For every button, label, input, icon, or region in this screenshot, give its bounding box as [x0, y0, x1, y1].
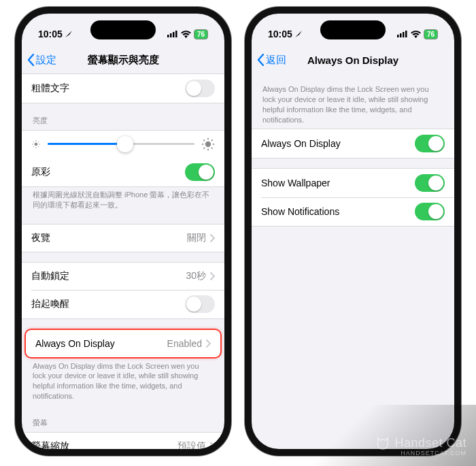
location-icon [294, 30, 303, 38]
aod-value: Enabled [167, 338, 202, 349]
row-true-tone[interactable]: 原彩 [22, 158, 224, 186]
bold-text-toggle[interactable] [185, 80, 215, 97]
svg-rect-1 [170, 33, 172, 37]
chevron-right-icon [210, 442, 215, 449]
nav-bar: 設定 螢幕顯示與亮度 [22, 46, 224, 73]
sun-small-icon [31, 139, 41, 149]
brightness-slider-row [22, 131, 224, 158]
svg-line-18 [203, 139, 205, 141]
display-zoom-label: 螢幕縮放 [31, 440, 69, 449]
svg-point-4 [35, 143, 38, 146]
aod-toggle-label: Always On Display [261, 138, 341, 149]
chevron-right-icon [210, 272, 215, 280]
nav-title: Always On Display [307, 54, 398, 66]
aod-toggle[interactable] [415, 135, 445, 152]
auto-lock-value: 30秒 [186, 270, 206, 282]
svg-rect-25 [405, 31, 407, 37]
row-aod-toggle[interactable]: Always On Display [252, 129, 454, 158]
show-wallpaper-label: Show Wallpaper [261, 178, 330, 188]
row-raise-to-wake[interactable]: 抬起喚醒 [22, 290, 224, 318]
show-notifications-toggle[interactable] [415, 203, 445, 220]
battery-badge: 76 [194, 29, 208, 39]
dynamic-island [90, 20, 156, 39]
bold-text-label: 粗體文字 [31, 82, 69, 95]
true-tone-footer: 根據周圍光線狀況自動調整 iPhone 螢幕，讓色彩在不同的環境下都看起來一致。 [22, 187, 224, 214]
cat-icon [375, 435, 390, 450]
phone-right: 10:05 76 返回 Always On Display Always On … [245, 7, 461, 456]
back-label: 設定 [36, 54, 56, 67]
location-icon [65, 30, 73, 38]
aod-footer: Always On Display dims the Lock Screen w… [22, 359, 224, 405]
svg-line-11 [33, 146, 34, 147]
brightness-slider[interactable] [48, 143, 194, 145]
nav-bar: 返回 Always On Display [252, 46, 454, 73]
wifi-icon [411, 31, 421, 38]
status-time: 10:05 [268, 29, 292, 39]
signal-icon [167, 31, 178, 37]
display-zoom-value: 預設值 [177, 440, 206, 449]
watermark: Handset Cat HANDSETCAT.COM [375, 435, 466, 456]
night-shift-value: 關閉 [187, 232, 206, 244]
display-header: 螢幕 [22, 415, 224, 432]
chevron-left-icon [27, 54, 35, 66]
svg-rect-3 [175, 31, 177, 37]
brightness-header: 亮度 [22, 113, 224, 130]
svg-rect-2 [173, 32, 175, 37]
raise-to-wake-label: 抬起喚醒 [31, 298, 69, 310]
svg-rect-0 [167, 35, 169, 37]
status-time: 10:05 [38, 29, 63, 39]
svg-line-10 [38, 146, 39, 147]
svg-point-13 [205, 142, 211, 147]
phone-left: 10:05 76 設定 螢幕顯示與亮度 粗體文字 亮度 [15, 7, 231, 456]
svg-line-19 [211, 148, 213, 149]
svg-rect-23 [400, 33, 402, 37]
battery-badge: 76 [424, 29, 438, 39]
sun-large-icon [201, 137, 215, 151]
back-button[interactable]: 設定 [27, 54, 56, 67]
watermark-url: HANDSETCAT.COM [375, 450, 466, 456]
watermark-brand: Handset Cat [394, 437, 466, 449]
svg-line-12 [38, 142, 39, 142]
chevron-right-icon [206, 339, 211, 348]
dynamic-island [320, 20, 386, 39]
row-bold-text[interactable]: 粗體文字 [22, 74, 224, 103]
row-display-zoom[interactable]: 螢幕縮放 預設值 [22, 433, 224, 449]
svg-line-20 [203, 148, 205, 149]
chevron-left-icon [257, 54, 265, 66]
svg-line-9 [33, 142, 34, 142]
true-tone-toggle[interactable] [185, 163, 215, 181]
night-shift-label: 夜覽 [31, 232, 50, 244]
aod-description: Always On Display dims the Lock Screen w… [252, 78, 454, 129]
signal-icon [397, 31, 408, 37]
raise-to-wake-toggle[interactable] [185, 295, 215, 313]
back-label: 返回 [266, 54, 286, 67]
svg-rect-24 [403, 32, 405, 37]
content-left: 粗體文字 亮度 原彩 根據周圍光線狀況自動調整 iPhone 螢幕，讓色彩在不同… [22, 73, 224, 449]
content-right: Always On Display dims the Lock Screen w… [252, 73, 454, 449]
row-aod[interactable]: Always On Display Enabled [26, 330, 220, 357]
row-auto-lock[interactable]: 自動鎖定 30秒 [22, 263, 224, 290]
nav-title: 螢幕顯示與亮度 [88, 54, 159, 67]
svg-rect-22 [397, 35, 399, 37]
show-notifications-label: Show Notifications [261, 206, 339, 217]
aod-label: Always On Display [35, 338, 115, 349]
svg-line-21 [211, 139, 213, 141]
wifi-icon [181, 31, 191, 38]
row-show-notifications[interactable]: Show Notifications [252, 197, 454, 226]
back-button[interactable]: 返回 [257, 54, 286, 67]
chevron-right-icon [210, 234, 215, 242]
row-night-shift[interactable]: 夜覽 關閉 [22, 224, 224, 252]
show-wallpaper-toggle[interactable] [415, 174, 445, 192]
auto-lock-label: 自動鎖定 [31, 270, 69, 282]
row-show-wallpaper[interactable]: Show Wallpaper [252, 169, 454, 197]
true-tone-label: 原彩 [31, 166, 50, 178]
